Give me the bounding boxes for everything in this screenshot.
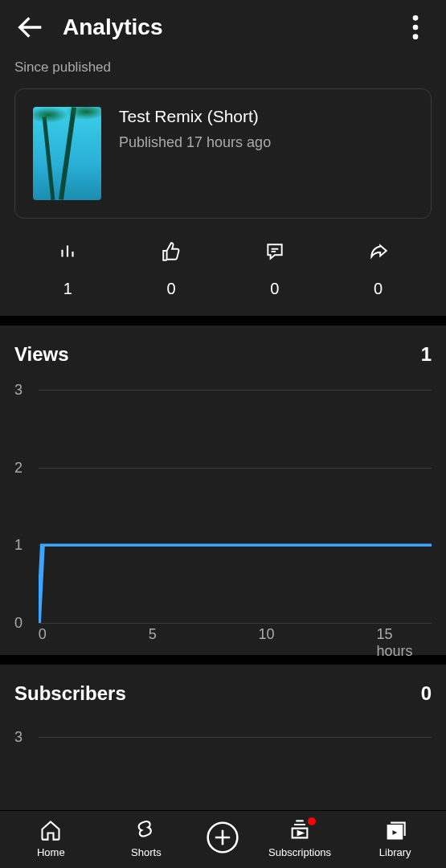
- thumbs-up-icon: [161, 241, 182, 265]
- plus-circle-icon: [205, 820, 240, 858]
- nav-shorts[interactable]: Shorts: [108, 819, 185, 858]
- nav-home[interactable]: Home: [12, 819, 89, 858]
- chart-y-tick: 2: [14, 459, 23, 476]
- analytics-bars-icon: [57, 241, 78, 265]
- notification-badge: [308, 817, 316, 825]
- stats-row: 1 0 0 0: [0, 219, 446, 316]
- more-icon[interactable]: [399, 11, 432, 43]
- video-title: Test Remix (Short): [119, 107, 271, 126]
- video-card[interactable]: Test Remix (Short) Published 17 hours ag…: [14, 88, 432, 219]
- chart-x-tick: 0: [39, 626, 47, 643]
- back-icon[interactable]: [14, 11, 47, 43]
- views-section: Views 1 3 2 1 0 0 5 10: [0, 326, 446, 655]
- nav-subscriptions[interactable]: Subscriptions: [261, 819, 338, 858]
- nav-shorts-label: Shorts: [131, 846, 162, 858]
- stat-shares-value: 0: [374, 280, 383, 298]
- nav-subscriptions-label: Subscriptions: [268, 846, 331, 858]
- nav-library-label: Library: [379, 846, 411, 858]
- page-title: Analytics: [63, 14, 399, 40]
- svg-point-0: [413, 15, 419, 21]
- home-icon: [39, 819, 62, 844]
- views-total: 1: [421, 343, 432, 366]
- chart-y-tick: 0: [14, 615, 23, 632]
- svg-point-2: [413, 34, 419, 39]
- library-icon: [384, 819, 407, 844]
- nav-library[interactable]: Library: [357, 819, 434, 858]
- share-icon: [368, 241, 389, 265]
- views-title: Views: [14, 343, 69, 366]
- stat-views[interactable]: 1: [43, 241, 92, 298]
- chart-y-tick: 3: [14, 729, 23, 746]
- nav-home-label: Home: [37, 846, 65, 858]
- stat-views-value: 1: [63, 280, 72, 298]
- bottom-nav: Home Shorts Subscriptions Library: [0, 810, 446, 868]
- comment-icon: [264, 241, 285, 265]
- subscribers-total: 0: [421, 682, 432, 705]
- views-line: [39, 390, 432, 623]
- nav-create[interactable]: [203, 820, 243, 858]
- stat-shares[interactable]: 0: [354, 241, 403, 298]
- video-thumbnail: [33, 107, 101, 200]
- subscribers-title: Subscribers: [14, 682, 126, 705]
- chart-y-tick: 1: [14, 537, 23, 554]
- video-published: Published 17 hours ago: [119, 134, 271, 151]
- svg-point-1: [413, 25, 419, 31]
- stat-comments[interactable]: 0: [251, 241, 299, 298]
- subscribers-chart: 3: [14, 729, 432, 761]
- shorts-icon: [135, 819, 158, 844]
- since-published-label: Since published: [0, 55, 446, 88]
- stat-likes-value: 0: [167, 280, 176, 298]
- stat-likes[interactable]: 0: [147, 241, 195, 298]
- chart-x-tick: 5: [149, 626, 157, 643]
- chart-x-tick: 15 hours: [377, 626, 432, 660]
- subscribers-section: Subscribers 0 3: [0, 665, 446, 761]
- chart-y-tick: 3: [14, 382, 23, 399]
- views-chart: 3 2 1 0 0 5 10 15 hours: [14, 390, 432, 647]
- chart-x-tick: 10: [259, 626, 275, 643]
- stat-comments-value: 0: [270, 280, 279, 298]
